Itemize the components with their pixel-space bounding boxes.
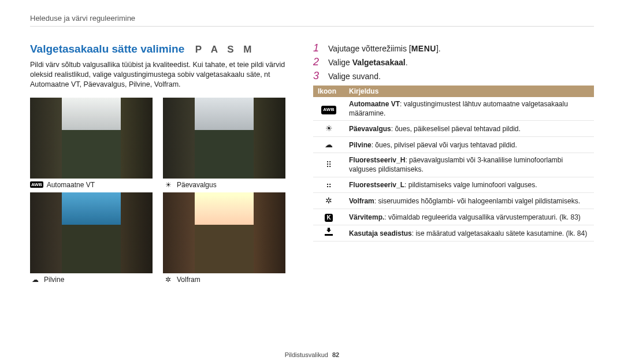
thumb-label: Päevavalgus xyxy=(177,181,217,189)
awb-icon: AWB xyxy=(321,106,336,114)
thumb-label: Pilvine xyxy=(44,276,64,284)
row-icon-cell: ☀ xyxy=(313,121,344,137)
step-number: 2 xyxy=(313,57,322,67)
row-icon-cell xyxy=(313,225,344,242)
thumbnail-grid: AWB Automaatne VT ☀ Päevavalgus ☁ xyxy=(30,98,285,284)
right-column: 1 Vajutage võtterežiimis [MENU]. 2 Valig… xyxy=(313,43,594,284)
steps-list: 1 Vajutage võtterežiimis [MENU]. 2 Valig… xyxy=(313,43,594,81)
awb-icon: AWB xyxy=(30,181,43,188)
sample-cloudy xyxy=(30,192,153,273)
fluorescent-h-icon: ⠿ xyxy=(326,160,332,169)
row-desc-cell: Värvitemp.: võimaldab reguleerida valgus… xyxy=(344,209,594,225)
row-desc-cell: Fluorestseeriv_L: pildistamiseks valge l… xyxy=(344,177,594,193)
table-row: ☀Päevavalgus: õues, päikeselisel päeval … xyxy=(313,121,594,137)
mode-badges: P A S M xyxy=(195,44,255,55)
step-number: 3 xyxy=(313,70,322,81)
section-title: Valgetasakaalu sätte valimine xyxy=(30,43,184,55)
row-desc-cell: Kasutaja seadistus: ise määratud valgeta… xyxy=(344,225,594,242)
step-text: Valige Valgetasakaal. xyxy=(328,58,408,67)
left-column: Valgetasakaalu sätte valimine P A S M Pi… xyxy=(30,43,285,284)
footer-section: Pildistusvalikud xyxy=(285,351,328,358)
table-row: Kasutaja seadistus: ise määratud valgeta… xyxy=(313,225,594,242)
sample-auto-wb xyxy=(30,98,153,179)
row-desc-cell: Fluorestseeriv_H: päevavalguslambi või 3… xyxy=(344,153,594,177)
fluorescent-l-icon: ⠶ xyxy=(326,180,332,190)
row-desc-cell: Automaatne VT: valgustingimustest lähtuv… xyxy=(344,97,594,121)
cloud-icon: ☁ xyxy=(30,276,40,284)
table-row: ☁Pilvine: õues, pilvisel päeval või varj… xyxy=(313,137,594,153)
row-icon-cell: AWB xyxy=(313,97,344,121)
row-desc-cell: Volfram: siseruumides hõõglambi- või hal… xyxy=(344,193,594,209)
icon-description-table: Ikoon Kirjeldus AWBAutomaatne VT: valgus… xyxy=(313,86,594,242)
step-text: Valige suvand. xyxy=(328,72,381,81)
row-icon-cell: ✲ xyxy=(313,193,344,209)
row-desc-cell: Pilvine: õues, pilvisel päeval või varju… xyxy=(344,137,594,153)
table-row: ⠿Fluorestseeriv_H: päevavalguslambi või … xyxy=(313,153,594,177)
row-desc-cell: Päevavalgus: õues, päikeselisel päeval t… xyxy=(344,121,594,137)
thumb-label: Automaatne VT xyxy=(47,181,95,189)
breadcrumb: Heleduse ja värvi reguleerimine xyxy=(30,14,594,27)
sample-daylight xyxy=(163,98,285,179)
table-row: AWBAutomaatne VT: valgustingimustest läh… xyxy=(313,97,594,121)
intro-text: Pildi värv sõltub valgusallika tüübist j… xyxy=(30,60,285,90)
table-header-desc: Kirjeldus xyxy=(344,86,594,97)
sun-icon: ☀ xyxy=(163,181,173,189)
footer-page-number: 82 xyxy=(332,351,339,358)
sample-tungsten xyxy=(163,192,285,273)
table-row: KVärvitemp.: võimaldab reguleerida valgu… xyxy=(313,209,594,225)
page-footer: Pildistusvalikud 82 xyxy=(0,351,624,358)
bulb-icon: ✲ xyxy=(163,276,173,284)
table-row: ⠶Fluorestseeriv_L: pildistamiseks valge … xyxy=(313,177,594,193)
table-header-icon: Ikoon xyxy=(313,86,344,97)
row-icon-cell: K xyxy=(313,209,344,225)
kelvin-icon: K xyxy=(325,214,333,222)
table-row: ✲Volfram: siseruumides hõõglambi- või ha… xyxy=(313,193,594,209)
custom-set-icon xyxy=(325,228,333,236)
row-icon-cell: ⠿ xyxy=(313,153,344,177)
step-number: 1 xyxy=(313,43,322,53)
sun-icon: ☀ xyxy=(325,124,333,133)
step-text: Vajutage võtterežiimis [MENU]. xyxy=(328,44,441,53)
thumb-label: Volfram xyxy=(177,276,200,284)
row-icon-cell: ☁ xyxy=(313,137,344,153)
bulb-icon: ✲ xyxy=(325,196,332,205)
row-icon-cell: ⠶ xyxy=(313,177,344,193)
menu-key-label: MENU xyxy=(411,44,436,53)
cloud-icon: ☁ xyxy=(325,140,333,149)
